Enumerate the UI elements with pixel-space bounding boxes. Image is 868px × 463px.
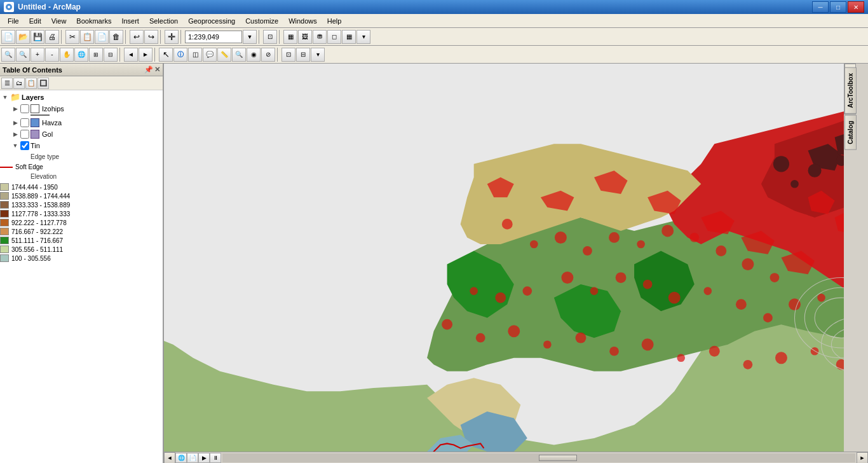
- search-button[interactable]: 🔍: [232, 48, 246, 62]
- map-btn5[interactable]: ▦: [342, 30, 356, 44]
- pan-button[interactable]: ✋: [60, 48, 74, 62]
- legend-1127: 1127.778 - 1333.333: [0, 209, 163, 218]
- unselect-btn[interactable]: ⊘: [261, 48, 275, 62]
- izohips-check[interactable]: [20, 104, 29, 113]
- menu-file[interactable]: File: [3, 15, 24, 27]
- toc-btn3[interactable]: 📋: [25, 78, 37, 89]
- cut-button[interactable]: ✂: [65, 30, 79, 44]
- title-bar: Untitled - ArcMap ─ □ ✕: [0, 0, 868, 14]
- havza-check[interactable]: [20, 118, 29, 127]
- menu-view[interactable]: View: [46, 15, 72, 27]
- menu-insert[interactable]: Insert: [116, 15, 144, 27]
- swipe-tool[interactable]: ⊟: [296, 48, 310, 62]
- select-feature[interactable]: ◉: [247, 48, 261, 62]
- layers-root[interactable]: ▼ 📁 Layers: [0, 92, 163, 103]
- gol-expand[interactable]: ▶: [10, 129, 20, 139]
- map-btn3[interactable]: ⛃: [313, 30, 327, 44]
- close-button[interactable]: ✕: [848, 1, 864, 13]
- menu-bar: File Edit View Bookmarks Insert Selectio…: [0, 14, 868, 28]
- print-button[interactable]: 🖨: [45, 30, 59, 44]
- svg-point-59: [811, 347, 819, 356]
- fwd-extent[interactable]: ►: [139, 48, 153, 62]
- layer-gol[interactable]: ▶ Gol: [0, 128, 163, 140]
- menu-windows[interactable]: Windows: [283, 15, 322, 27]
- havza-expand[interactable]: ▶: [10, 118, 20, 128]
- delete-button[interactable]: 🗑: [109, 30, 123, 44]
- scale-dropdown[interactable]: ▼: [243, 30, 257, 44]
- layer-havza[interactable]: ▶ Havza: [0, 117, 163, 128]
- select-arrow[interactable]: ↖: [159, 48, 173, 62]
- layers-expand[interactable]: ▼: [0, 92, 10, 102]
- add-data-button[interactable]: ✛: [165, 30, 179, 44]
- find-button[interactable]: ◫: [188, 48, 202, 62]
- zoom-in-button[interactable]: 🔍: [1, 48, 15, 62]
- izohips-expand[interactable]: ▶: [10, 104, 20, 114]
- menu-bookmarks[interactable]: Bookmarks: [71, 15, 116, 27]
- identify-button[interactable]: ⓘ: [173, 48, 187, 62]
- sep4: [180, 30, 183, 44]
- map-area[interactable]: [164, 64, 844, 452]
- map-btn6[interactable]: ▾: [356, 30, 370, 44]
- full-extent-button[interactable]: ⊡: [263, 30, 277, 44]
- minimize-button[interactable]: ─: [812, 1, 829, 13]
- create-viewer[interactable]: ⊡: [281, 48, 295, 62]
- tooltip-button[interactable]: 💬: [203, 48, 217, 62]
- menu-help[interactable]: Help: [322, 15, 347, 27]
- layer-izohips[interactable]: ▶ Izohips: [0, 103, 163, 114]
- edge-type-text: Edge type: [31, 152, 59, 162]
- gol-check[interactable]: [20, 130, 29, 139]
- sep7: [119, 48, 122, 62]
- svg-point-55: [677, 354, 685, 362]
- arctoolbox-tab[interactable]: ArcToolbox: [844, 67, 857, 114]
- new-button[interactable]: 📄: [1, 30, 15, 44]
- hscroll-thumb[interactable]: [539, 455, 577, 461]
- toc-btn2[interactable]: 🗂: [13, 78, 25, 89]
- open-button[interactable]: 📂: [16, 30, 30, 44]
- tin-expand[interactable]: ▼: [10, 141, 20, 151]
- paste-button[interactable]: 📄: [95, 30, 109, 44]
- label-100: 100 - 305.556: [11, 255, 51, 262]
- measure-button[interactable]: 📏: [217, 48, 231, 62]
- hscroll-track[interactable]: [222, 453, 855, 462]
- sep8: [154, 48, 157, 62]
- svg-point-36: [495, 293, 506, 303]
- scroll-right-button[interactable]: ►: [857, 452, 868, 464]
- fixed-zoom-out[interactable]: -: [45, 48, 59, 62]
- catalog-tab[interactable]: Catalog: [844, 115, 857, 150]
- editor-btn[interactable]: ▾: [311, 48, 325, 62]
- zoom-out-button[interactable]: 🔍: [16, 48, 30, 62]
- tin-check[interactable]: [20, 141, 29, 150]
- izohips-label: Izohips: [42, 104, 163, 114]
- redo-button[interactable]: ↪: [144, 30, 158, 44]
- scale-input[interactable]: [185, 31, 242, 43]
- zoom-page-btn[interactable]: 📄: [187, 453, 198, 463]
- toc-btn4[interactable]: 🔲: [37, 78, 49, 89]
- extent-btn2[interactable]: ⊟: [104, 48, 118, 62]
- svg-point-30: [661, 225, 674, 237]
- play-btn[interactable]: ▶: [198, 453, 210, 463]
- map-btn4[interactable]: ◻: [327, 30, 341, 44]
- save-button[interactable]: 💾: [31, 30, 44, 44]
- bottom-scrollbar[interactable]: ◄ 🌐 📄 ▶ ⏸ ►: [164, 452, 868, 463]
- toc-close-button[interactable]: ✕: [154, 66, 160, 74]
- scroll-left-button[interactable]: ◄: [164, 452, 175, 464]
- zoom-world-btn[interactable]: 🌐: [175, 453, 187, 463]
- menu-customize[interactable]: Customize: [240, 15, 283, 27]
- menu-edit[interactable]: Edit: [24, 15, 46, 27]
- map-btn2[interactable]: 🖼: [298, 30, 312, 44]
- menu-geoprocessing[interactable]: Geoprocessing: [183, 15, 240, 27]
- toc-float-button[interactable]: 📌: [144, 66, 153, 74]
- fixed-zoom-in[interactable]: +: [31, 48, 44, 62]
- copy-button[interactable]: 📋: [80, 30, 94, 44]
- undo-button[interactable]: ↩: [130, 30, 144, 44]
- map-btn1[interactable]: ▦: [283, 30, 297, 44]
- layer-tin[interactable]: ▼ Tin: [0, 140, 163, 151]
- restore-button[interactable]: □: [830, 1, 846, 13]
- swatch-1333: [0, 201, 9, 209]
- pause-btn[interactable]: ⏸: [210, 453, 221, 463]
- back-extent[interactable]: ◄: [124, 48, 138, 62]
- toc-list-view[interactable]: ☰: [1, 78, 13, 89]
- menu-selection[interactable]: Selection: [144, 15, 183, 27]
- full-extent2[interactable]: ⊞: [89, 48, 103, 62]
- globe-button[interactable]: 🌐: [74, 48, 88, 62]
